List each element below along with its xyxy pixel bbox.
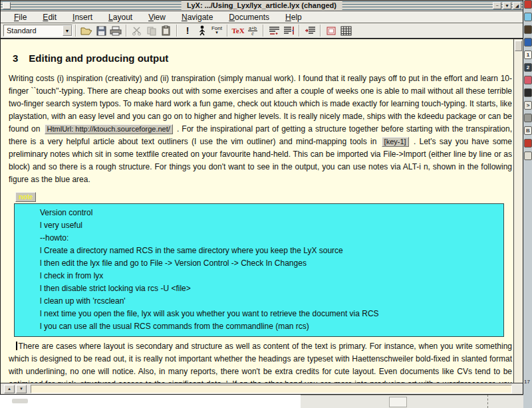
print-button[interactable] [108, 24, 123, 37]
panel-app-icon[interactable] [524, 114, 532, 122]
insert-table-button[interactable] [338, 24, 353, 37]
note-line: Version control [40, 207, 501, 219]
person-icon [199, 25, 205, 36]
document-canvas[interactable]: 3Editing and producing output Writing co… [1, 39, 513, 383]
history-up-button[interactable]: ▲ [4, 385, 15, 393]
depth-icon [305, 26, 316, 35]
minibuffer-input[interactable] [31, 385, 512, 393]
font-label: Font [211, 26, 222, 31]
panel-desktop-1-button[interactable]: 1 [524, 51, 532, 59]
noun-style-button[interactable] [195, 24, 209, 37]
note-line: l you can use all the usual RCS commands… [40, 320, 501, 333]
desktop-panel: 1 2 > B 17 [523, 0, 532, 408]
paragraph[interactable]: Writing costs (i) inspiration (creativit… [9, 72, 512, 186]
panel-app-icon[interactable] [524, 76, 532, 84]
toolbar-separator [126, 25, 127, 37]
copy-icon [146, 26, 157, 36]
panel-app-icon[interactable] [524, 25, 532, 34]
panel-app-icon[interactable] [524, 13, 532, 21]
background-window-fragment [301, 395, 523, 408]
down-arrow-icon: ▼ [19, 387, 23, 391]
history-down-button[interactable]: ▼ [16, 385, 27, 393]
menubar: File Edit Insert Layout View Navigate Do… [1, 11, 523, 23]
chevron-down-icon: ▼ [215, 31, 219, 35]
background-window-fragment [12, 399, 28, 403]
menu-layout[interactable]: Layout [100, 13, 140, 22]
section-heading: 3Editing and producing output [13, 52, 512, 64]
window-title: LyX: .../Using_Lyx/lyx_article.lyx (chan… [181, 1, 342, 11]
note-line: l very useful [40, 219, 501, 232]
toolbar-separator [227, 25, 228, 37]
open-file-button[interactable] [79, 24, 94, 37]
panel-desktop-2-button[interactable]: 2 [524, 63, 532, 72]
tex-mode-button[interactable]: TeX [231, 24, 245, 37]
footnote-icon [269, 26, 280, 35]
background-divider [487, 395, 488, 408]
panel-app-icon[interactable]: B [524, 126, 532, 135]
panel-app-icon[interactable] [524, 0, 532, 9]
paste-icon [161, 25, 172, 36]
window-menu-button[interactable] [3, 2, 11, 9]
emphasis-button[interactable]: ! [180, 24, 195, 37]
toolbar: Standard ▼ ! Font ▼ TeX a+b c [1, 23, 523, 39]
panel-app-icon[interactable] [524, 139, 532, 148]
menu-edit[interactable]: Edit [35, 13, 65, 22]
section-title: Editing and producing output [29, 52, 168, 64]
vertical-scrollbar[interactable] [513, 39, 523, 383]
note-line: l then edit the lyx file and go to File … [40, 257, 501, 270]
citation-inset-chip[interactable]: [key-1] [382, 137, 409, 147]
note-line: l then disable strict locking via rcs -U… [40, 282, 501, 295]
minibuffer-bar: ▲ ▼ [1, 383, 523, 394]
menu-insert[interactable]: Insert [65, 13, 100, 22]
toolbar-separator [299, 25, 300, 37]
save-button[interactable] [94, 24, 108, 37]
math-mode-button[interactable]: a+b c [245, 24, 260, 37]
copy-button[interactable] [144, 24, 159, 37]
paragraph[interactable]: There are cases where layout is secondar… [9, 340, 512, 383]
panel-app-icon[interactable] [524, 88, 532, 97]
toolbar-separator [75, 25, 76, 37]
menu-navigate[interactable]: Navigate [174, 13, 221, 22]
shade-button[interactable]: ▼ [503, 2, 511, 9]
titlebar[interactable]: LyX: .../Using_Lyx/lyx_article.lyx (chan… [1, 1, 523, 11]
cut-button[interactable] [130, 24, 144, 37]
menu-view[interactable]: View [140, 13, 174, 22]
paragraph-style-combo[interactable]: Standard ▼ [3, 25, 72, 37]
scrollbar-thumb[interactable] [515, 41, 522, 51]
note-inset-box[interactable]: Version control l very useful --howto: l… [14, 203, 504, 337]
margin-note-icon [283, 26, 295, 35]
table-icon [340, 26, 352, 36]
insert-figure-button[interactable] [324, 24, 338, 37]
printer-icon [110, 26, 122, 36]
panel-app-icon[interactable] [524, 152, 532, 160]
open-folder-icon [80, 26, 92, 36]
math-icon-top: a+b [248, 26, 257, 31]
note-line: l check in from lyx [40, 270, 501, 282]
url-inset-chip[interactable]: HtmlUrl: http://ktouch.sourceforge.net/ [45, 124, 173, 134]
note-line: l Create a directory named RCS in the sa… [40, 245, 501, 257]
panel-terminal-icon[interactable]: > [524, 101, 532, 110]
chevron-down-icon[interactable]: ▼ [63, 25, 72, 36]
save-icon [96, 26, 106, 36]
toolbar-separator [176, 25, 178, 37]
lyx-window: LyX: .../Using_Lyx/lyx_article.lyx (chan… [0, 0, 523, 395]
resize-button[interactable]: ◢ [513, 2, 521, 9]
note-inset-button[interactable]: note [15, 192, 36, 202]
menu-file[interactable]: File [6, 13, 35, 22]
toolbar-separator [263, 25, 264, 37]
menu-help[interactable]: Help [277, 13, 310, 22]
panel-app-icon[interactable] [524, 38, 532, 47]
toolbar-separator [320, 25, 321, 37]
increase-depth-button[interactable] [303, 24, 317, 37]
section-number: 3 [13, 52, 18, 64]
menu-documents[interactable]: Documents [221, 13, 277, 22]
up-arrow-icon: ▲ [7, 387, 11, 391]
math-icon-bottom: c [251, 31, 254, 36]
scissors-icon [132, 26, 142, 36]
minimize-button[interactable]: − [493, 2, 501, 9]
insert-marginnote-button[interactable] [281, 24, 296, 37]
paste-button[interactable] [159, 24, 174, 37]
insert-footnote-button[interactable] [267, 24, 281, 37]
figure-icon [327, 27, 336, 35]
font-dialog-button[interactable]: Font ▼ [209, 24, 224, 37]
